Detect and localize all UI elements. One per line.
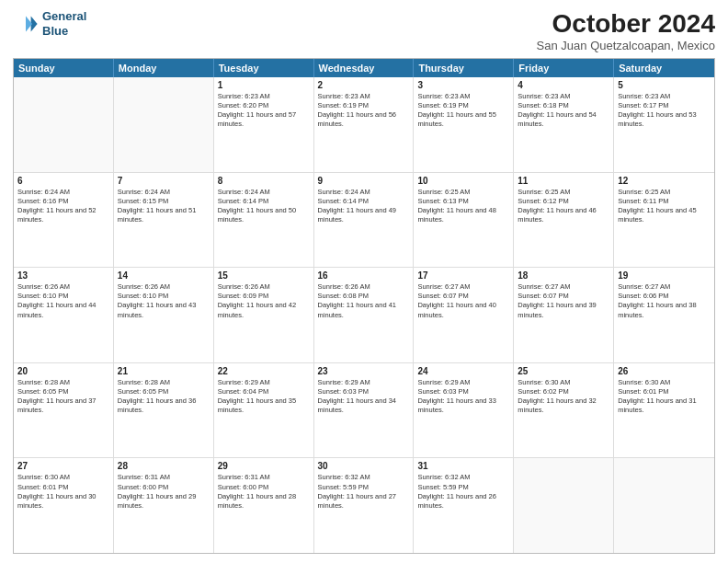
calendar: SundayMondayTuesdayWednesdayThursdayFrid… xyxy=(13,58,715,554)
day-number: 2 xyxy=(318,80,410,90)
cell-info: Sunrise: 6:27 AM Sunset: 6:07 PM Dayligh… xyxy=(518,282,609,320)
calendar-cell: 5Sunrise: 6:23 AM Sunset: 6:17 PM Daylig… xyxy=(614,77,714,172)
day-number: 5 xyxy=(618,80,711,90)
calendar-cell: 6Sunrise: 6:24 AM Sunset: 6:16 PM Daylig… xyxy=(14,173,114,268)
day-number: 18 xyxy=(518,270,609,281)
calendar-cell: 29Sunrise: 6:31 AM Sunset: 6:00 PM Dayli… xyxy=(214,458,314,553)
calendar-header-row: SundayMondayTuesdayWednesdayThursdayFrid… xyxy=(14,59,714,77)
day-number: 1 xyxy=(218,80,310,90)
day-number: 8 xyxy=(218,176,310,186)
day-number: 12 xyxy=(618,176,711,186)
calendar-cell: 4Sunrise: 6:23 AM Sunset: 6:18 PM Daylig… xyxy=(514,77,614,172)
calendar-cell xyxy=(114,77,214,172)
day-number: 9 xyxy=(318,176,410,186)
calendar-cell: 17Sunrise: 6:27 AM Sunset: 6:07 PM Dayli… xyxy=(414,268,514,362)
weekday-header: Wednesday xyxy=(314,59,415,77)
calendar-cell: 13Sunrise: 6:26 AM Sunset: 6:10 PM Dayli… xyxy=(14,268,114,362)
day-number: 22 xyxy=(218,366,310,376)
day-number: 16 xyxy=(318,270,410,281)
calendar-cell: 28Sunrise: 6:31 AM Sunset: 6:00 PM Dayli… xyxy=(114,458,214,553)
day-number: 21 xyxy=(118,366,210,376)
cell-info: Sunrise: 6:31 AM Sunset: 6:00 PM Dayligh… xyxy=(118,473,210,511)
calendar-cell: 31Sunrise: 6:32 AM Sunset: 5:59 PM Dayli… xyxy=(414,458,514,553)
calendar-cell: 19Sunrise: 6:27 AM Sunset: 6:06 PM Dayli… xyxy=(614,268,714,362)
cell-info: Sunrise: 6:29 AM Sunset: 6:03 PM Dayligh… xyxy=(318,378,410,416)
day-number: 30 xyxy=(318,461,410,471)
cell-info: Sunrise: 6:23 AM Sunset: 6:18 PM Dayligh… xyxy=(518,92,609,130)
cell-info: Sunrise: 6:23 AM Sunset: 6:17 PM Dayligh… xyxy=(618,92,711,130)
cell-info: Sunrise: 6:26 AM Sunset: 6:09 PM Dayligh… xyxy=(218,282,310,320)
calendar-cell: 7Sunrise: 6:24 AM Sunset: 6:15 PM Daylig… xyxy=(114,173,214,268)
day-number: 6 xyxy=(17,176,109,186)
calendar-cell: 8Sunrise: 6:24 AM Sunset: 6:14 PM Daylig… xyxy=(214,173,314,268)
calendar-cell: 26Sunrise: 6:30 AM Sunset: 6:01 PM Dayli… xyxy=(614,363,714,458)
calendar-cell: 23Sunrise: 6:29 AM Sunset: 6:03 PM Dayli… xyxy=(314,363,415,458)
calendar-cell: 11Sunrise: 6:25 AM Sunset: 6:12 PM Dayli… xyxy=(514,173,614,268)
main-title: October 2024 xyxy=(537,9,715,39)
weekday-header: Monday xyxy=(114,59,214,77)
logo: General Blue xyxy=(13,9,86,38)
calendar-cell: 24Sunrise: 6:29 AM Sunset: 6:03 PM Dayli… xyxy=(414,363,514,458)
cell-info: Sunrise: 6:23 AM Sunset: 6:19 PM Dayligh… xyxy=(318,92,410,130)
day-number: 14 xyxy=(118,270,210,281)
cell-info: Sunrise: 6:24 AM Sunset: 6:14 PM Dayligh… xyxy=(218,188,310,225)
day-number: 3 xyxy=(417,80,509,90)
day-number: 25 xyxy=(518,366,609,376)
cell-info: Sunrise: 6:32 AM Sunset: 5:59 PM Dayligh… xyxy=(318,473,410,511)
logo-icon xyxy=(13,11,39,37)
logo-text: General Blue xyxy=(42,9,86,38)
cell-info: Sunrise: 6:25 AM Sunset: 6:12 PM Dayligh… xyxy=(518,188,609,225)
calendar-cell: 12Sunrise: 6:25 AM Sunset: 6:11 PM Dayli… xyxy=(614,173,714,268)
day-number: 7 xyxy=(118,176,210,186)
header: General Blue October 2024 San Juan Quetz… xyxy=(13,9,715,52)
calendar-cell xyxy=(514,458,614,553)
calendar-cell: 21Sunrise: 6:28 AM Sunset: 6:05 PM Dayli… xyxy=(114,363,214,458)
calendar-row: 20Sunrise: 6:28 AM Sunset: 6:05 PM Dayli… xyxy=(14,362,714,458)
cell-info: Sunrise: 6:23 AM Sunset: 6:20 PM Dayligh… xyxy=(218,92,310,130)
calendar-row: 6Sunrise: 6:24 AM Sunset: 6:16 PM Daylig… xyxy=(14,172,714,268)
calendar-cell: 18Sunrise: 6:27 AM Sunset: 6:07 PM Dayli… xyxy=(514,268,614,362)
calendar-row: 1Sunrise: 6:23 AM Sunset: 6:20 PM Daylig… xyxy=(14,77,714,172)
cell-info: Sunrise: 6:24 AM Sunset: 6:14 PM Dayligh… xyxy=(318,188,410,225)
day-number: 15 xyxy=(218,270,310,281)
cell-info: Sunrise: 6:24 AM Sunset: 6:16 PM Dayligh… xyxy=(17,188,109,225)
weekday-header: Tuesday xyxy=(214,59,314,77)
calendar-cell: 20Sunrise: 6:28 AM Sunset: 6:05 PM Dayli… xyxy=(14,363,114,458)
day-number: 20 xyxy=(17,366,109,376)
calendar-cell: 15Sunrise: 6:26 AM Sunset: 6:09 PM Dayli… xyxy=(214,268,314,362)
calendar-cell: 10Sunrise: 6:25 AM Sunset: 6:13 PM Dayli… xyxy=(414,173,514,268)
calendar-cell: 22Sunrise: 6:29 AM Sunset: 6:04 PM Dayli… xyxy=(214,363,314,458)
calendar-cell: 14Sunrise: 6:26 AM Sunset: 6:10 PM Dayli… xyxy=(114,268,214,362)
cell-info: Sunrise: 6:30 AM Sunset: 6:02 PM Dayligh… xyxy=(518,378,609,416)
cell-info: Sunrise: 6:25 AM Sunset: 6:13 PM Dayligh… xyxy=(417,188,509,225)
day-number: 24 xyxy=(417,366,509,376)
cell-info: Sunrise: 6:24 AM Sunset: 6:15 PM Dayligh… xyxy=(118,188,210,225)
cell-info: Sunrise: 6:25 AM Sunset: 6:11 PM Dayligh… xyxy=(618,188,711,225)
calendar-cell xyxy=(614,458,714,553)
calendar-row: 13Sunrise: 6:26 AM Sunset: 6:10 PM Dayli… xyxy=(14,267,714,362)
day-number: 13 xyxy=(17,270,109,281)
weekday-header: Friday xyxy=(514,59,614,77)
day-number: 27 xyxy=(17,461,109,471)
calendar-cell: 1Sunrise: 6:23 AM Sunset: 6:20 PM Daylig… xyxy=(214,77,314,172)
calendar-cell xyxy=(14,77,114,172)
day-number: 29 xyxy=(218,461,310,471)
cell-info: Sunrise: 6:23 AM Sunset: 6:19 PM Dayligh… xyxy=(417,92,509,130)
calendar-body: 1Sunrise: 6:23 AM Sunset: 6:20 PM Daylig… xyxy=(14,77,714,553)
cell-info: Sunrise: 6:28 AM Sunset: 6:05 PM Dayligh… xyxy=(17,378,109,416)
weekday-header: Sunday xyxy=(14,59,114,77)
cell-info: Sunrise: 6:29 AM Sunset: 6:03 PM Dayligh… xyxy=(417,378,509,416)
day-number: 10 xyxy=(417,176,509,186)
day-number: 28 xyxy=(118,461,210,471)
day-number: 11 xyxy=(518,176,609,186)
calendar-cell: 30Sunrise: 6:32 AM Sunset: 5:59 PM Dayli… xyxy=(314,458,415,553)
cell-info: Sunrise: 6:29 AM Sunset: 6:04 PM Dayligh… xyxy=(218,378,310,416)
cell-info: Sunrise: 6:32 AM Sunset: 5:59 PM Dayligh… xyxy=(417,473,509,511)
cell-info: Sunrise: 6:26 AM Sunset: 6:10 PM Dayligh… xyxy=(17,282,109,320)
cell-info: Sunrise: 6:30 AM Sunset: 6:01 PM Dayligh… xyxy=(618,378,711,416)
day-number: 17 xyxy=(417,270,509,281)
cell-info: Sunrise: 6:27 AM Sunset: 6:06 PM Dayligh… xyxy=(618,282,711,320)
calendar-cell: 25Sunrise: 6:30 AM Sunset: 6:02 PM Dayli… xyxy=(514,363,614,458)
day-number: 4 xyxy=(518,80,609,90)
day-number: 26 xyxy=(618,366,711,376)
